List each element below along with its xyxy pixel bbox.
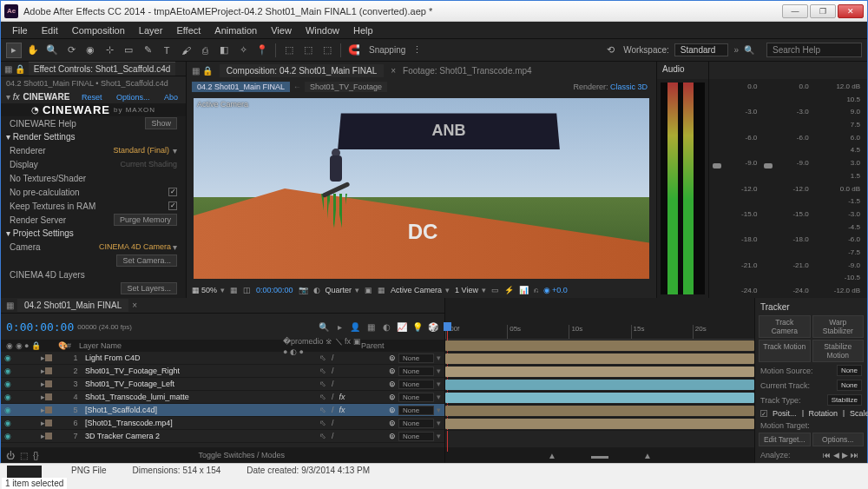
menu-view[interactable]: View (265, 23, 298, 37)
rotate-tool[interactable]: ⟳ (63, 43, 79, 58)
parent-dropdown[interactable]: None (398, 393, 434, 402)
graph-icon[interactable]: 📈 (396, 320, 408, 333)
search-icon[interactable]: 🔍 (318, 320, 330, 333)
analyze-step-fwd-icon[interactable]: ▶ (842, 451, 848, 459)
comp-mini-icon[interactable]: ▸ (333, 320, 345, 333)
visibility-icon[interactable]: ◉ (4, 419, 15, 427)
layer-bar[interactable] (445, 367, 754, 377)
cineware-help-button[interactable]: Show (145, 117, 177, 129)
layer-bar[interactable] (445, 419, 754, 429)
sync-icon[interactable]: ⟲ (602, 43, 618, 58)
renderer-dropdown[interactable]: Standard (Final) (113, 146, 169, 155)
visibility-icon[interactable]: ◉ (4, 367, 15, 375)
purge-button[interactable]: Purge Memory (114, 214, 177, 226)
axis-local-icon[interactable]: ⬚ (281, 43, 297, 58)
track[interactable] (445, 405, 754, 418)
viewer-timecode[interactable]: 0:00:00:00 (256, 286, 293, 294)
zoom-tool[interactable]: 🔍 (44, 43, 60, 58)
exposure-value[interactable]: ◉ +0.0 (543, 286, 568, 294)
active-camera-dropdown[interactable]: Active Camera (391, 286, 450, 294)
track[interactable] (445, 379, 754, 392)
keeptex-checkbox[interactable]: ✓ (168, 202, 177, 210)
visibility-icon[interactable]: ◉ (4, 393, 15, 401)
channels-icon[interactable]: ◐ (313, 286, 320, 294)
brush-tool[interactable]: 🖌 (178, 43, 194, 58)
menu-composition[interactable]: Composition (66, 23, 131, 37)
rect-tool[interactable]: ▭ (121, 43, 136, 58)
axis-world-icon[interactable]: ⬚ (300, 43, 316, 58)
timeline-tab[interactable]: 04.2 Shot01_Main FINAL (17, 299, 128, 312)
flowchart-icon[interactable]: ⎌ (534, 286, 538, 294)
menu-edit[interactable]: Edit (36, 23, 64, 37)
parent-dropdown[interactable]: None (398, 354, 434, 363)
fast-preview-icon[interactable]: ⚡ (504, 286, 514, 294)
track[interactable] (445, 392, 754, 405)
layer-row[interactable]: ◉▸5[Shot1_Scaffold.c4d]⬁/fx⊚None▾ (1, 404, 444, 417)
menu-help[interactable]: Help (347, 23, 379, 37)
stamp-tool[interactable]: ⎙ (197, 43, 213, 58)
timeline-icon[interactable]: 📊 (519, 286, 529, 294)
track[interactable] (445, 340, 754, 353)
render-settings-section[interactable]: ▾ Render Settings (1, 130, 186, 143)
menu-layer[interactable]: Layer (133, 23, 169, 37)
track[interactable] (445, 418, 754, 431)
pickwhip-icon[interactable]: ⊚ (389, 419, 396, 427)
hand-tool[interactable]: ✋ (25, 43, 41, 58)
renderer-link[interactable]: Classic 3D (610, 83, 648, 91)
mask-icon[interactable]: ◫ (243, 286, 251, 294)
snap-icon[interactable]: 🧲 (346, 43, 362, 58)
layer-bar[interactable] (445, 380, 754, 390)
timeline-ruler[interactable]: :00f05s10s15s20s (445, 298, 754, 340)
visibility-icon[interactable]: ◉ (4, 380, 15, 388)
footage-tab[interactable]: Footage: Shot01_Transcode.mp4 (403, 66, 532, 76)
frame-blend-icon[interactable]: ▦ (365, 320, 377, 333)
analyze-back-icon[interactable]: ⏮ (823, 451, 831, 459)
parent-dropdown[interactable]: None (398, 380, 434, 389)
subtab-main[interactable]: 04.2 Shot01_Main FINAL (192, 82, 290, 92)
parent-dropdown[interactable]: None (398, 406, 434, 415)
layer-bar[interactable] (445, 354, 754, 364)
tl-render-icon[interactable]: ⬚ (20, 451, 28, 460)
level-slider-left[interactable] (713, 163, 721, 169)
pickwhip-icon[interactable]: ⊚ (389, 432, 396, 440)
view-layout-dropdown[interactable]: 1 View (455, 286, 486, 294)
noprecalc-checkbox[interactable]: ✓ (168, 188, 177, 196)
track[interactable] (445, 353, 754, 366)
zoom-in-icon[interactable]: ▲ (643, 451, 652, 460)
grid-icon[interactable]: ▦ (230, 286, 238, 294)
motion-blur-icon[interactable]: ◐ (380, 320, 392, 333)
snapshot-icon[interactable]: 📷 (299, 286, 308, 294)
maximize-button[interactable]: ❐ (810, 4, 836, 18)
project-settings-section[interactable]: ▾ Project Settings (1, 227, 186, 240)
pickwhip-icon[interactable]: ⊚ (389, 393, 396, 401)
position-checkbox[interactable] (760, 410, 767, 417)
scale-checkbox[interactable] (843, 410, 845, 417)
layer-row[interactable]: ◉▸4Shot1_Transcode_lumi_matte⬁/fx⊚None▾ (1, 391, 444, 404)
pen-tool[interactable]: ✎ (140, 43, 155, 58)
menu-file[interactable]: File (6, 23, 34, 37)
layer-row[interactable]: ◉▸6[Shot01_Transcode.mp4]⬁/⊚None▾ (1, 417, 444, 430)
stabilize-motion-button[interactable]: Stabilize Motion (812, 340, 865, 362)
parent-dropdown[interactable]: None (398, 432, 434, 441)
pickwhip-icon[interactable]: ⊚ (389, 367, 396, 375)
camera-tool[interactable]: ◉ (82, 43, 98, 58)
anchor-tool[interactable]: ⊹ (102, 43, 117, 58)
transparency-icon[interactable]: ▦ (378, 286, 385, 294)
axis-view-icon[interactable]: ⬚ (319, 43, 335, 58)
pickwhip-icon[interactable]: ⊚ (389, 380, 396, 388)
layer-row[interactable]: ◉▸3Shot01_TV_Footage_Left⬁/⊚None▾ (1, 378, 444, 391)
workspace-selector[interactable]: Standard (674, 43, 729, 56)
roi-icon[interactable]: ▣ (365, 286, 372, 294)
zoom-slider[interactable]: ▬▬ (591, 451, 608, 460)
zoom-out-icon[interactable]: ▲ (548, 451, 556, 460)
eraser-tool[interactable]: ◧ (216, 43, 232, 58)
rotation-checkbox[interactable] (802, 410, 804, 417)
subtab-footage[interactable]: Shot01_TV_Footage (305, 82, 387, 92)
set-layers-button[interactable]: Set Layers... (121, 282, 177, 294)
level-slider-right[interactable] (764, 163, 773, 169)
parent-dropdown[interactable]: None (398, 367, 434, 376)
visibility-icon[interactable]: ◉ (4, 406, 15, 414)
current-track-dropdown[interactable]: None (837, 380, 862, 391)
snap-opt-icon[interactable]: ⋮ (409, 43, 424, 58)
fx-tab[interactable]: Effect Controls: Shot1_Scaffold.c4d (29, 62, 176, 76)
